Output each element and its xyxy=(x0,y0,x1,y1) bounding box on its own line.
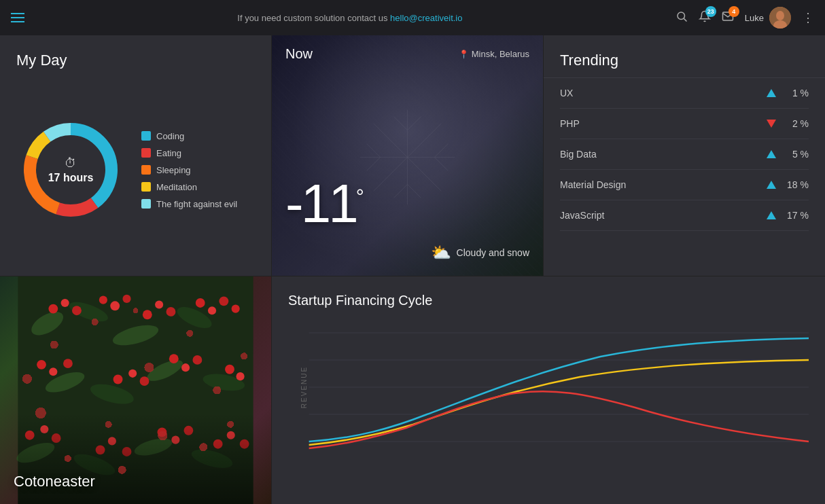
avatar xyxy=(769,7,791,29)
trending-label-bigdata: Big Data xyxy=(560,149,761,160)
svg-point-72 xyxy=(240,439,249,449)
search-button[interactable] xyxy=(675,10,688,26)
svg-point-47 xyxy=(208,306,216,314)
financing-card: Startup Financing Cycle REVENUE xyxy=(272,276,825,504)
svg-point-40 xyxy=(99,296,107,304)
photo-card: Cotoneaster xyxy=(0,276,272,504)
my-day-card: My Day ⏱ xyxy=(0,35,272,276)
svg-point-43 xyxy=(143,310,152,319)
svg-point-45 xyxy=(166,307,176,317)
svg-point-30 xyxy=(88,380,136,408)
y-axis-label: REVENUE xyxy=(300,366,308,408)
menu-button[interactable] xyxy=(11,13,24,22)
svg-point-49 xyxy=(232,305,240,313)
svg-point-39 xyxy=(72,306,82,315)
trending-card: Trending UX 1 % PHP 2 % Big Data 5 % Mat… xyxy=(544,35,825,276)
trend-arrow-up-ux xyxy=(767,89,776,97)
messages-button[interactable]: 4 xyxy=(722,10,734,26)
svg-point-32 xyxy=(202,371,246,393)
svg-line-1 xyxy=(684,18,686,21)
messages-badge: 4 xyxy=(729,6,739,17)
weather-overlay: Now 📍 Minsk, Belarus -11° ⛅ Cloudy and s… xyxy=(272,35,543,276)
trend-arrow-down-php xyxy=(767,120,776,128)
svg-point-38 xyxy=(61,299,69,307)
svg-point-65 xyxy=(108,437,116,445)
weather-title: Now xyxy=(285,46,313,62)
trending-row-bigdata: Big Data 5 % xyxy=(560,139,809,170)
svg-point-33 xyxy=(14,439,57,467)
svg-point-62 xyxy=(40,425,48,433)
trend-arrow-up-material xyxy=(767,181,776,189)
user-name: Luke xyxy=(745,13,764,23)
svg-point-26 xyxy=(67,298,110,325)
financing-chart: REVENUE xyxy=(288,319,809,455)
weather-temperature: -11° xyxy=(285,173,362,235)
svg-rect-24 xyxy=(18,276,253,504)
svg-point-68 xyxy=(171,436,179,444)
legend-dot-coding xyxy=(141,131,151,141)
trend-pct-ux: 1 % xyxy=(782,88,809,98)
svg-point-25 xyxy=(28,307,67,340)
trending-row-material: Material Design 18 % xyxy=(560,170,809,200)
legend-sleeping: Sleeping xyxy=(141,165,237,175)
legend-label-fight: The fight against evil xyxy=(156,199,237,209)
svg-point-3 xyxy=(776,11,784,20)
svg-point-66 xyxy=(122,447,132,456)
notifications-badge: 23 xyxy=(705,6,716,17)
legend-label-meditation: Meditation xyxy=(156,182,197,192)
svg-rect-73 xyxy=(18,276,253,504)
location-text: Minsk, Belarus xyxy=(472,49,529,59)
legend-dot-sleeping xyxy=(141,165,151,175)
trending-label-php: PHP xyxy=(560,118,761,129)
donut-chart: ⏱ 17 hours xyxy=(16,115,125,224)
svg-point-48 xyxy=(219,296,228,306)
svg-point-50 xyxy=(37,360,46,370)
weather-card: Now 📍 Minsk, Belarus -11° ⛅ Cloudy and s… xyxy=(272,35,544,276)
weather-header: Now 📍 Minsk, Belarus xyxy=(285,46,529,62)
svg-point-37 xyxy=(48,304,58,314)
svg-point-27 xyxy=(111,321,160,349)
svg-point-42 xyxy=(122,295,130,303)
svg-point-36 xyxy=(190,446,234,471)
notifications-button[interactable]: 23 xyxy=(699,10,711,26)
trending-row-php: PHP 2 % xyxy=(560,109,809,139)
cloud-snow-icon: ⛅ xyxy=(431,243,451,262)
trend-arrow-up-bigdata xyxy=(767,150,776,158)
clock-icon: ⏱ xyxy=(48,156,94,170)
legend-dot-eating xyxy=(141,148,151,158)
weather-location: 📍 Minsk, Belarus xyxy=(459,49,529,59)
svg-point-61 xyxy=(25,431,35,440)
trend-pct-js: 17 % xyxy=(782,210,809,221)
svg-point-56 xyxy=(169,354,179,363)
contact-email[interactable]: hello@creativeit.io xyxy=(390,13,462,23)
donut-center: ⏱ 17 hours xyxy=(48,156,94,184)
svg-point-53 xyxy=(113,375,123,384)
legend: Coding Eating Sleeping Meditation The fi… xyxy=(141,131,237,209)
topnav: If you need custom solution contact us h… xyxy=(0,0,825,35)
svg-point-41 xyxy=(110,301,120,310)
svg-point-70 xyxy=(213,439,223,449)
svg-point-31 xyxy=(145,356,186,385)
svg-point-58 xyxy=(192,355,202,365)
svg-point-63 xyxy=(52,433,61,443)
user-profile[interactable]: Luke xyxy=(745,7,791,29)
more-button[interactable]: ⋮ xyxy=(802,10,814,25)
svg-point-44 xyxy=(155,300,163,308)
trending-label-ux: UX xyxy=(560,88,761,98)
trend-arrow-up-js xyxy=(767,211,776,219)
svg-point-0 xyxy=(678,12,685,20)
svg-point-35 xyxy=(133,435,174,459)
legend-coding: Coding xyxy=(141,131,237,141)
svg-point-60 xyxy=(236,372,245,380)
trending-label-material: Material Design xyxy=(560,179,761,190)
legend-meditation: Meditation xyxy=(141,182,237,192)
my-day-title: My Day xyxy=(16,52,255,69)
legend-label-sleeping: Sleeping xyxy=(156,165,191,175)
weather-description: ⛅ Cloudy and snow xyxy=(431,243,529,262)
location-pin-icon: 📍 xyxy=(459,50,469,59)
trending-row-ux: UX 1 % xyxy=(560,78,809,109)
svg-point-46 xyxy=(196,298,205,308)
svg-point-52 xyxy=(63,359,73,368)
svg-point-71 xyxy=(227,431,235,439)
photo-background xyxy=(0,276,271,504)
